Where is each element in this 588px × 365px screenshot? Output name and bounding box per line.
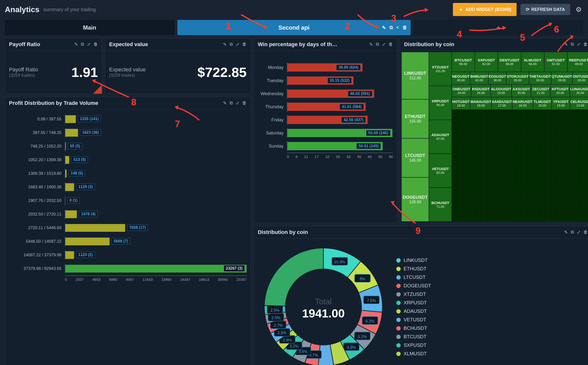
kpi-label: Expected value [109, 66, 146, 73]
legend-item[interactable]: XTZUSDT [396, 291, 431, 297]
duplicate-icon[interactable]: ⧉ [230, 100, 233, 106]
delete-icon[interactable]: 🗑 [242, 100, 247, 106]
legend-item[interactable]: LINKUSDT [396, 257, 431, 263]
settings-gear-icon[interactable]: ⚙ [574, 4, 583, 15]
treemap-cell[interactable]: AXSUSDT20.00 [512, 85, 531, 97]
tab-second-api[interactable]: Second api ✎ ⧉ < 🗑 [177, 20, 411, 35]
x-tick: 0 [65, 277, 67, 282]
duplicate-icon[interactable]: ⧉ [230, 42, 233, 47]
treemap-cell[interactable]: XRPUSDT95.00 [429, 86, 451, 120]
legend-item[interactable]: VETUSDT [396, 317, 431, 323]
legend-item[interactable]: DOGEUSDT [396, 283, 431, 289]
donut-legend: LINKUSDTETHUSDTLTCUSDTDOGEUSDTXTZUSDTXRP… [396, 257, 431, 357]
edit-icon[interactable]: ✎ [564, 42, 568, 47]
legend-item[interactable]: XLMUSDT [396, 351, 431, 357]
expand-icon[interactable]: ⤢ [577, 230, 580, 235]
treemap-cell[interactable]: CELRUSDT13.00 [570, 97, 588, 109]
tab-main[interactable]: Main [5, 20, 174, 35]
treemap-cell[interactable]: GMTUSDT52.00 [545, 52, 567, 72]
treemap-cell[interactable]: BTCUSDT69.00 [452, 52, 475, 72]
x-tick: 4653 [92, 277, 100, 282]
plus-icon: ＋ [495, 23, 502, 32]
treemap-cell[interactable]: ALGOUSDT23.00 [491, 85, 511, 97]
delete-icon[interactable]: 🗑 [94, 42, 98, 47]
legend-item[interactable]: BTCUSDT [396, 334, 431, 340]
slice-pct-label: 10.9% [334, 260, 345, 264]
tab-delete-icon[interactable]: 🗑 [402, 25, 407, 31]
legend-item[interactable]: BCHUSDT [396, 325, 431, 331]
treemap-cell[interactable]: ETHUSDT155.00 [402, 100, 429, 138]
page-subtitle: summary of your trading [43, 7, 96, 12]
treemap-cell[interactable]: KFTUSDT20.00 [551, 85, 570, 97]
bar-value-label: 1335 (141) [78, 116, 101, 122]
duplicate-icon[interactable]: ⧉ [571, 230, 574, 235]
treemap-cell[interactable]: QTUMUSDT28.00 [552, 72, 572, 84]
resize-handle-icon[interactable] [93, 85, 102, 94]
edit-icon[interactable]: ✎ [369, 42, 373, 47]
expand-icon[interactable]: ⤢ [87, 42, 91, 47]
treemap-cell[interactable]: DOGEUSDT120.00 [402, 178, 429, 221]
treemap-cell[interactable]: REEFUSDT49.00 [568, 52, 588, 72]
legend-item[interactable]: SXPUSDT [396, 342, 431, 348]
treemap-cell[interactable]: ZECUSDT21.00 [531, 85, 550, 97]
treemap-cell[interactable]: THETAUSDT30.00 [529, 72, 551, 84]
treemap-cell[interactable]: VETUSDT82.00 [429, 154, 451, 187]
tab-share-icon[interactable]: < [396, 25, 399, 31]
expand-icon[interactable]: ⤢ [382, 42, 386, 47]
tab-edit-icon[interactable]: ✎ [382, 25, 386, 31]
donut-slice[interactable] [264, 248, 323, 306]
expand-icon[interactable]: ⤢ [236, 100, 239, 106]
chart-bar-row: 2032.50 / 2720.11 1478 (4) [9, 207, 247, 221]
treemap-cell[interactable]: HOTUSDT18.00 [452, 97, 470, 109]
expand-icon[interactable]: ⤢ [236, 42, 239, 47]
treemap-cell[interactable]: BNBUSDT42.00 [470, 72, 488, 84]
tab-duplicate-icon[interactable]: ⧉ [389, 25, 393, 31]
legend-item[interactable]: LTCUSDT [396, 274, 431, 280]
plus-icon: ＋ [458, 6, 464, 13]
expand-icon[interactable]: ⤢ [577, 42, 580, 47]
add-widget-label: ADD WIDGET (8/1000) [466, 7, 511, 12]
chart-bar-row: 2720.11 / 5446.50 7658 (17) [9, 221, 247, 235]
treemap-cell[interactable]: LINKUSDT212.00 [402, 52, 429, 99]
treemap-cell[interactable]: BCHUSDT71.00 [429, 188, 451, 221]
duplicate-icon[interactable]: ⧉ [571, 42, 574, 47]
add-widget-button[interactable]: ＋ ADD WIDGET (8/1000) [453, 3, 517, 16]
treemap-cell[interactable]: RSDUSDT24.00 [471, 85, 490, 97]
treemap-cell[interactable]: NEARUSDT16.00 [512, 97, 533, 109]
delete-icon[interactable]: 🗑 [583, 42, 588, 47]
edit-icon[interactable]: ✎ [74, 42, 78, 47]
delete-icon[interactable]: 🗑 [389, 42, 393, 47]
delete-icon[interactable]: 🗑 [583, 230, 588, 235]
tab-add[interactable]: ＋ [414, 20, 583, 35]
treemap-small-cells [452, 110, 588, 221]
legend-item[interactable]: ADAUSDT [396, 308, 431, 314]
duplicate-icon[interactable]: ⧉ [81, 42, 84, 47]
treemap-cell[interactable]: XLMUSDT56.00 [521, 52, 544, 72]
treemap-cell[interactable]: STORJUSDT35.00 [507, 72, 529, 84]
treemap-cell[interactable]: XTZUSDT101.00 [429, 52, 451, 86]
bar-category-label: 37379.98 / 92943.55 [9, 266, 65, 271]
treemap-cell[interactable]: NEOUSDT45.00 [452, 72, 470, 84]
treemap-cell[interactable]: DENTUSDT56.00 [498, 52, 521, 72]
edit-icon[interactable]: ✎ [564, 230, 568, 235]
donut-center-label: Total [315, 297, 332, 306]
treemap-cell[interactable]: YFIUSDT15.00 [552, 97, 570, 109]
edit-icon[interactable]: ✎ [223, 100, 227, 106]
treemap-cell[interactable]: LTCUSDT145.00 [402, 139, 429, 177]
edit-icon[interactable]: ✎ [223, 42, 227, 47]
treemap-cell[interactable]: TLMUSDT15.00 [533, 97, 551, 109]
treemap-cell[interactable]: ONEUSDT24.00 [452, 85, 471, 97]
treemap-cell[interactable]: SXPUSDT62.00 [475, 52, 498, 72]
refresh-data-button[interactable]: ⟳ REFRESH DATA [520, 4, 570, 15]
duplicate-icon[interactable]: ⧉ [376, 42, 379, 47]
treemap-cell[interactable]: ONTUSDT26.00 [573, 72, 588, 84]
treemap-cell[interactable]: LUNAUSDT20.00 [570, 85, 588, 97]
delete-icon[interactable]: 🗑 [242, 42, 247, 47]
treemap-cell[interactable]: ADAUSDT87.00 [429, 120, 451, 154]
chart-bar-row: Sunday 50.61 (245) [258, 140, 393, 153]
treemap-cell[interactable]: SANDUSDT17.00 [492, 97, 512, 109]
legend-item[interactable]: XRPUSDT [396, 300, 431, 306]
legend-item[interactable]: ETHUSDT [396, 266, 431, 272]
treemap-cell[interactable]: EOSUSDT36.00 [489, 72, 506, 84]
treemap-cell[interactable]: MANAUSDT18.00 [470, 97, 491, 109]
